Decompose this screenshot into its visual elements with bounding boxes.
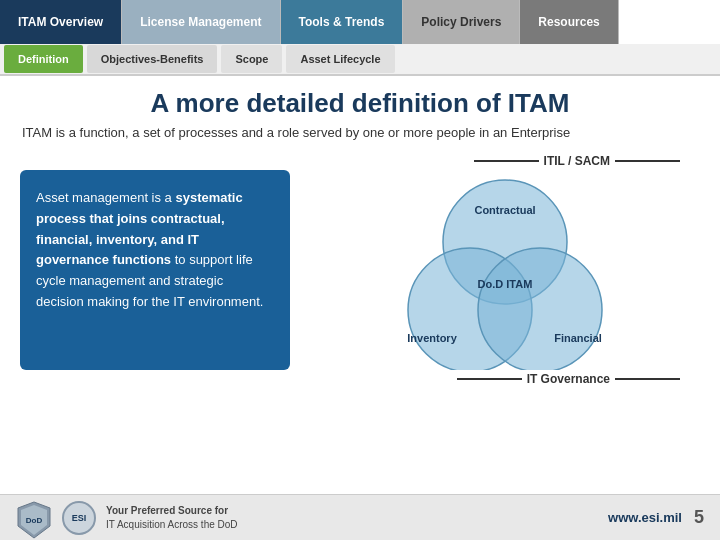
nav-resources[interactable]: Resources [520,0,618,44]
subnav-asset-lifecycle[interactable]: Asset Lifecycle [286,45,394,73]
venn-diagram: Do.D ITAM Contractual Inventory Financia… [350,170,660,370]
nav-tools-trends[interactable]: Tools & Trends [281,0,404,44]
nav-itam-overview[interactable]: ITAM Overview [0,0,122,44]
footer-right: www.esi.mil 5 [608,507,704,528]
itil-bracket-row: ITIL / SACM [20,154,700,168]
shield-logo: DoD [16,500,52,536]
subnav-definition[interactable]: Definition [4,45,83,73]
itil-left-line [474,160,539,162]
top-navigation: ITAM Overview License Management Tools &… [0,0,720,44]
itgov-bracket: IT Governance [457,372,680,386]
nav-license-management[interactable]: License Management [122,0,280,44]
subtitle-text: ITAM is a function, a set of processes a… [20,125,700,140]
footer-page-number: 5 [694,507,704,528]
itgov-right-line [615,378,680,380]
svg-text:Contractual: Contractual [474,204,535,216]
itgov-bracket-row: IT Governance [20,372,700,386]
venn-diagram-area: Do.D ITAM Contractual Inventory Financia… [310,170,700,370]
definition-text: Asset management is a systematic process… [36,190,263,309]
itgov-left-line [457,378,522,380]
svg-point-2 [478,248,602,370]
sub-navigation: Definition Objectives-Benefits Scope Ass… [0,44,720,76]
svg-text:Inventory: Inventory [407,332,457,344]
footer-tagline: Your Preferred Source for IT Acquisition… [106,504,238,532]
subnav-objectives-benefits[interactable]: Objectives-Benefits [87,45,218,73]
svg-text:Financial: Financial [554,332,602,344]
svg-text:DoD: DoD [26,516,43,525]
itil-bracket: ITIL / SACM [474,154,680,168]
svg-text:Do.D ITAM: Do.D ITAM [478,278,533,290]
nav-policy-drivers[interactable]: Policy Drivers [403,0,520,44]
esi-logo: ESI [62,501,96,535]
itil-label: ITIL / SACM [544,154,610,168]
definition-textbox: Asset management is a systematic process… [20,170,290,370]
subnav-scope[interactable]: Scope [221,45,282,73]
itgov-label: IT Governance [527,372,610,386]
main-content: A more detailed definition of ITAM ITAM … [0,76,720,386]
footer: DoD ESI Your Preferred Source for IT Acq… [0,494,720,540]
footer-left: DoD ESI Your Preferred Source for IT Acq… [16,500,238,536]
page-title: A more detailed definition of ITAM [20,88,700,119]
itil-right-line [615,160,680,162]
content-row: Asset management is a systematic process… [20,170,700,370]
footer-url: www.esi.mil [608,510,682,525]
